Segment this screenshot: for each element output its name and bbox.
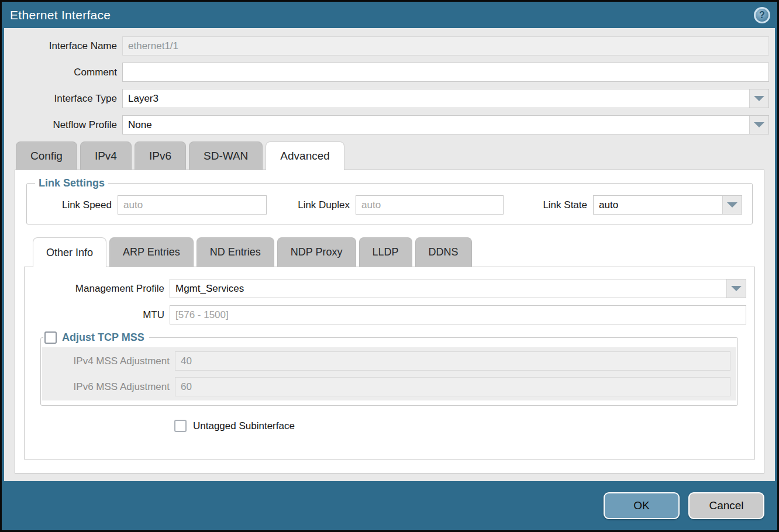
mtu-label: MTU <box>25 309 170 321</box>
tab-ddns[interactable]: DDNS <box>415 237 472 267</box>
untagged-subinterface-label: Untagged Subinterface <box>193 420 295 432</box>
link-state-dropdown-button[interactable] <box>722 196 742 214</box>
dialog-content: Interface Name Comment Interface Type La… <box>4 28 775 481</box>
link-settings-group: Link Settings Link Speed Link Duplex Lin… <box>26 177 753 224</box>
netflow-profile-select[interactable]: None <box>122 115 769 134</box>
link-duplex-label: Link Duplex <box>267 199 356 211</box>
link-state-select[interactable]: auto <box>593 195 742 215</box>
ok-button[interactable]: OK <box>604 492 680 519</box>
tab-config[interactable]: Config <box>16 141 77 170</box>
cancel-button[interactable]: Cancel <box>688 492 764 519</box>
interface-name-row: Interface Name <box>10 36 769 56</box>
link-state-value: auto <box>594 196 722 214</box>
help-icon[interactable]: ? <box>754 7 770 23</box>
chevron-down-icon <box>754 96 764 101</box>
tab-other-info[interactable]: Other Info <box>33 237 106 267</box>
ipv4-mss-label: IPv4 MSS Adjustment <box>42 355 175 367</box>
link-duplex-input[interactable] <box>356 195 504 215</box>
untagged-subinterface-checkbox[interactable] <box>174 420 187 432</box>
interface-type-value: Layer3 <box>123 89 749 108</box>
main-tab-bar: Config IPv4 IPv6 SD-WAN Advanced <box>10 141 769 170</box>
ethernet-interface-dialog: Ethernet Interface ? Interface Name Comm… <box>0 0 779 532</box>
tab-ndp-proxy[interactable]: NDP Proxy <box>277 237 356 267</box>
chevron-down-icon <box>731 286 742 291</box>
management-profile-value: Mgmt_Services <box>170 279 726 298</box>
interface-name-label: Interface Name <box>10 40 122 52</box>
netflow-profile-row: Netflow Profile None <box>10 115 769 134</box>
ipv4-mss-input <box>175 351 730 371</box>
netflow-profile-value: None <box>123 116 749 134</box>
tab-advanced[interactable]: Advanced <box>266 141 344 170</box>
link-settings-legend: Link Settings <box>35 177 108 189</box>
tab-ipv6[interactable]: IPv6 <box>135 141 186 170</box>
other-info-panel: Management Profile Mgmt_Services MTU <box>24 267 755 460</box>
untagged-subinterface-row: Untagged Subinterface <box>174 420 746 432</box>
adjust-tcp-mss-checkbox[interactable] <box>44 331 57 344</box>
management-profile-row: Management Profile Mgmt_Services <box>25 279 746 298</box>
management-profile-label: Management Profile <box>25 283 170 295</box>
tab-ipv4[interactable]: IPv4 <box>80 141 132 170</box>
interface-type-label: Interface Type <box>10 93 122 105</box>
interface-type-row: Interface Type Layer3 <box>10 89 769 108</box>
dialog-footer: OK Cancel <box>2 481 777 530</box>
link-speed-input[interactable] <box>118 195 267 215</box>
interface-type-select[interactable]: Layer3 <box>122 89 769 108</box>
mss-disabled-block: IPv4 MSS Adjustment IPv6 MSS Adjustment <box>42 347 736 400</box>
tab-lldp[interactable]: LLDP <box>359 237 412 267</box>
ipv6-mss-input <box>175 377 730 396</box>
ipv6-mss-row: IPv6 MSS Adjustment <box>42 377 730 396</box>
netflow-profile-label: Netflow Profile <box>10 119 122 131</box>
chevron-down-icon <box>727 202 737 208</box>
comment-input[interactable] <box>122 63 769 82</box>
adjust-tcp-mss-label: Adjust TCP MSS <box>62 331 144 344</box>
link-speed-label: Link Speed <box>34 199 118 211</box>
comment-label: Comment <box>10 67 122 78</box>
link-state-label: Link State <box>504 199 593 211</box>
advanced-tab-panel: Link Settings Link Speed Link Duplex Lin… <box>15 170 764 474</box>
mtu-row: MTU <box>25 305 746 324</box>
comment-row: Comment <box>10 63 769 82</box>
tab-sdwan[interactable]: SD-WAN <box>189 141 263 170</box>
link-settings-row: Link Speed Link Duplex Link State auto <box>34 195 745 215</box>
interface-type-dropdown-button[interactable] <box>749 89 768 108</box>
ipv4-mss-row: IPv4 MSS Adjustment <box>42 351 730 371</box>
chevron-down-icon <box>754 122 764 127</box>
mtu-input[interactable] <box>170 305 746 324</box>
tab-arp-entries[interactable]: ARP Entries <box>109 237 194 267</box>
interface-name-input <box>122 36 769 56</box>
management-profile-dropdown-button[interactable] <box>726 279 746 298</box>
ipv6-mss-label: IPv6 MSS Adjustment <box>42 381 175 393</box>
adjust-tcp-mss-group: Adjust TCP MSS IPv4 MSS Adjustment IPv6 … <box>40 331 738 406</box>
dialog-title: Ethernet Interface <box>10 8 111 22</box>
management-profile-select[interactable]: Mgmt_Services <box>170 279 746 298</box>
tab-nd-entries[interactable]: ND Entries <box>197 237 274 267</box>
dialog-titlebar: Ethernet Interface ? <box>2 2 777 28</box>
sub-tab-bar: Other Info ARP Entries ND Entries NDP Pr… <box>24 237 755 267</box>
netflow-profile-dropdown-button[interactable] <box>749 116 768 134</box>
